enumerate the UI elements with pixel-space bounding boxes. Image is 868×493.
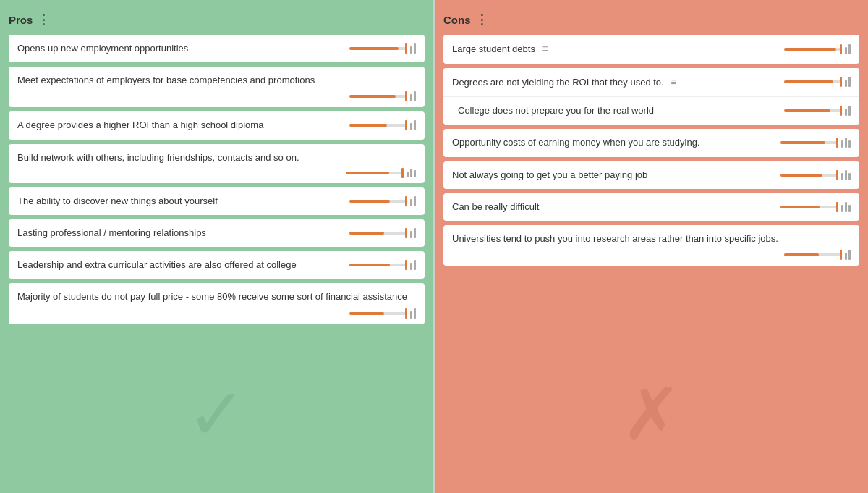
pro-card-7: Leadership and extra curricular activiti… — [9, 251, 425, 279]
con-card-7-text: Universities tend to push you into resea… — [452, 232, 851, 245]
pros-panel: Pros ⋮ Opens up new employment opportuni… — [0, 0, 433, 493]
pro-card-3: A degree provides a higher ROI than a hi… — [9, 111, 425, 139]
pro-card-6-slider-wrap — [349, 228, 416, 238]
pros-title-text: Pros — [9, 14, 33, 26]
pro-card-5-slider-wrap — [349, 196, 416, 206]
con-card-2-slider-wrap — [784, 77, 851, 87]
cons-watermark: ✗ — [621, 372, 682, 457]
pro-card-8-handle[interactable] — [410, 308, 416, 319]
pro-card-1-text: Opens up new employment opportunities — [17, 42, 344, 55]
pro-card-3-text: A degree provides a higher ROI than a hi… — [17, 119, 344, 132]
pro-card-5-slider[interactable] — [349, 200, 407, 203]
con-card-5-slider[interactable] — [780, 174, 838, 177]
pro-card-3-slider[interactable] — [349, 124, 407, 127]
con-card-1-slider[interactable] — [784, 48, 842, 51]
pro-card-6: Lasting professional / mentoring relatio… — [9, 219, 425, 247]
pro-card-8-slider-row — [17, 308, 416, 319]
con-card-2-menu-icon[interactable]: ≡ — [671, 76, 676, 88]
con-card-5-handle[interactable] — [841, 170, 851, 180]
pros-title-dots[interactable]: ⋮ — [37, 12, 51, 28]
pro-card-4-handle[interactable] — [407, 169, 416, 177]
pro-card-1-slider-wrap — [349, 43, 416, 54]
pro-card-7-text: Leadership and extra curricular activiti… — [17, 258, 344, 271]
cons-title-dots[interactable]: ⋮ — [475, 12, 490, 28]
pro-card-2-handle[interactable] — [410, 91, 416, 101]
pro-card-2: Meet expectations of employers for base … — [9, 67, 425, 107]
pro-card-3-handle[interactable] — [410, 120, 416, 130]
pro-card-6-handle[interactable] — [410, 228, 416, 238]
pro-card-4-slider-row — [17, 169, 416, 177]
con-card-4-text: Opportunity costs of earning money when … — [452, 136, 775, 149]
con-card-2b: College does not prepare you for the rea… — [443, 96, 859, 125]
pro-card-7-slider[interactable] — [349, 264, 407, 266]
con-card-7: Universities tend to push you into resea… — [443, 225, 859, 266]
con-card-1-text: Large student debts ≡ — [452, 42, 778, 56]
pro-card-1-handle[interactable] — [410, 43, 416, 54]
con-card-2b-handle[interactable] — [845, 106, 851, 116]
pro-card-2-slider-row — [17, 91, 416, 101]
pro-card-1: Opens up new employment opportunities — [9, 35, 425, 62]
con-card-6-handle[interactable] — [841, 202, 851, 212]
con-card-6: Can be really difficult — [443, 193, 859, 221]
con-card-1-menu-icon[interactable]: ≡ — [542, 43, 548, 54]
pro-card-7-slider-wrap — [349, 260, 416, 270]
con-card-2b-slider-wrap — [784, 106, 851, 116]
cons-title: Cons ⋮ — [443, 12, 859, 28]
con-card-2b-text: College does not prepare you for the rea… — [458, 104, 778, 117]
pro-card-4-slider[interactable] — [346, 172, 404, 174]
con-card-2-group: Degrees are not yielding the ROI that th… — [443, 68, 859, 125]
con-card-4-handle[interactable] — [841, 138, 851, 148]
pro-card-4: Build network with others, including fri… — [9, 144, 425, 183]
con-card-2-slider[interactable] — [784, 80, 842, 83]
con-card-6-slider[interactable] — [780, 206, 838, 208]
con-card-2: Degrees are not yielding the ROI that th… — [443, 68, 859, 97]
pro-card-4-text: Build network with others, including fri… — [17, 151, 416, 164]
pros-title: Pros ⋮ — [9, 12, 425, 28]
con-card-7-handle[interactable] — [845, 250, 851, 260]
con-card-7-slider[interactable] — [784, 253, 842, 256]
pro-card-1-slider[interactable] — [349, 47, 407, 50]
con-card-2-text: Degrees are not yielding the ROI that th… — [452, 75, 778, 90]
pro-card-2-text: Meet expectations of employers for base … — [17, 74, 416, 87]
pro-card-6-slider[interactable] — [349, 232, 407, 235]
pro-card-7-handle[interactable] — [410, 260, 416, 270]
pro-card-5: The ability to discover new things about… — [9, 187, 425, 215]
con-card-4: Opportunity costs of earning money when … — [443, 129, 859, 156]
pro-card-8-slider[interactable] — [349, 312, 407, 315]
pro-card-5-text: The ability to discover new things about… — [17, 195, 344, 208]
con-card-4-slider-wrap — [780, 138, 851, 148]
pro-card-8: Majority of students do not pay full pri… — [9, 283, 425, 324]
pro-card-6-text: Lasting professional / mentoring relatio… — [17, 227, 344, 240]
pro-card-2-slider[interactable] — [349, 95, 407, 98]
cons-panel: Cons ⋮ Large student debts ≡ Degrees are… — [433, 0, 868, 493]
con-card-5-slider-wrap — [780, 170, 851, 180]
con-card-2-handle[interactable] — [845, 77, 851, 87]
con-card-5: Not always going to get you a better pay… — [443, 161, 859, 189]
pros-watermark: ✓ — [187, 372, 247, 457]
con-card-1-slider-wrap — [784, 44, 851, 54]
con-card-6-text: Can be really difficult — [452, 201, 775, 214]
pro-card-3-slider-wrap — [349, 120, 416, 130]
con-card-7-slider-row — [452, 250, 851, 260]
con-card-1-handle[interactable] — [845, 44, 851, 54]
pro-card-5-handle[interactable] — [410, 196, 416, 206]
con-card-2b-slider[interactable] — [784, 109, 842, 112]
con-card-6-slider-wrap — [780, 202, 851, 212]
cons-title-text: Cons — [443, 14, 471, 26]
con-card-5-text: Not always going to get you a better pay… — [452, 169, 775, 182]
con-card-4-slider[interactable] — [780, 141, 838, 144]
pro-card-8-text: Majority of students do not pay full pri… — [17, 290, 416, 303]
con-card-1: Large student debts ≡ — [443, 35, 859, 64]
